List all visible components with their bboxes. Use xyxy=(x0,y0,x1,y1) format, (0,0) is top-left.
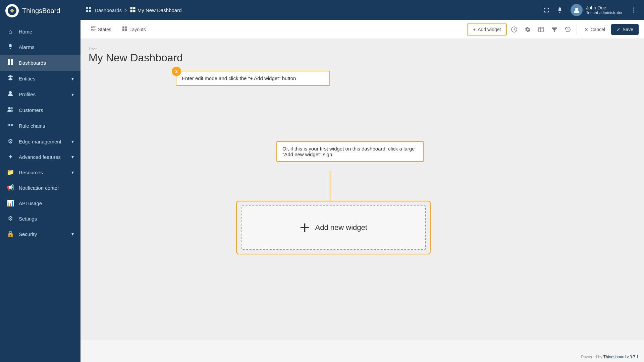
entities-chevron: ▾ xyxy=(71,76,74,81)
svg-point-1 xyxy=(11,10,13,12)
entities-icon xyxy=(7,75,14,82)
breadcrumb: Dashboards > My New Dashboard xyxy=(86,7,541,13)
svg-point-8 xyxy=(11,107,13,110)
svg-point-9 xyxy=(8,124,10,126)
callout-add-new-widget: Or, if this is your first widget on this… xyxy=(276,141,424,162)
app-name: ThingsBoard xyxy=(22,7,60,15)
user-avatar xyxy=(571,4,583,16)
cancel-x-icon: ✕ xyxy=(584,27,588,32)
tab-states[interactable]: States xyxy=(86,23,116,36)
sidebar-item-dashboards[interactable]: Dashboards xyxy=(0,55,80,71)
dashboard-title-section: Title* My New Dashboard xyxy=(89,47,644,64)
svg-rect-30 xyxy=(122,26,124,28)
edge-management-icon: ⚙ xyxy=(7,138,14,145)
svg-rect-4 xyxy=(8,62,10,65)
save-button[interactable]: ✓ Save xyxy=(611,24,639,35)
layouts-icon xyxy=(122,26,127,33)
security-icon: 🔒 xyxy=(7,230,14,238)
sidebar-item-settings[interactable]: ⚙ Settings xyxy=(0,211,80,226)
sidebar-item-alarms[interactable]: Alarms xyxy=(0,39,80,55)
api-usage-icon: 📊 xyxy=(7,199,14,207)
add-new-widget-button[interactable]: + Add new widget xyxy=(241,205,426,250)
svg-point-10 xyxy=(11,124,13,126)
export-dashboard-button[interactable] xyxy=(535,23,547,36)
sidebar-item-api-usage[interactable]: 📊 API usage xyxy=(0,195,80,211)
topbar-actions: John Doe Tenant administrator xyxy=(541,2,639,18)
edge-management-chevron: ▾ xyxy=(71,139,74,144)
current-breadcrumb-icon xyxy=(130,7,136,13)
svg-rect-15 xyxy=(89,10,91,12)
advanced-features-chevron: ▾ xyxy=(71,154,74,160)
tab-layouts[interactable]: Layouts xyxy=(117,23,151,36)
notifications-button[interactable] xyxy=(554,5,565,15)
svg-rect-16 xyxy=(130,7,132,9)
fullscreen-button[interactable] xyxy=(541,5,552,15)
callout-add-widget: 2 Enter edit mode and click the "+ Add w… xyxy=(176,71,330,86)
profiles-chevron: ▾ xyxy=(71,92,74,97)
sidebar-item-advanced-features[interactable]: ✦ Advanced features ▾ xyxy=(0,149,80,165)
svg-rect-33 xyxy=(125,29,127,31)
add-widget-area: + Add new widget xyxy=(236,201,431,254)
sidebar-item-notification-center[interactable]: 📢 Notification center xyxy=(0,180,80,195)
svg-point-21 xyxy=(633,8,634,9)
add-widget-plus-icon: + xyxy=(473,27,476,32)
sidebar-item-resources[interactable]: 📁 Resources ▾ xyxy=(0,165,80,180)
breadcrumb-separator: > xyxy=(124,7,127,13)
sidebar-logo[interactable]: ThingsBoard xyxy=(0,0,80,21)
add-widget-label: Add widget xyxy=(478,27,501,32)
sidebar-item-edge-management[interactable]: ⚙ Edge management ▾ xyxy=(0,134,80,149)
toolbar: States Layouts + Add widget ✕ Cancel xyxy=(80,20,644,39)
svg-rect-18 xyxy=(130,10,132,12)
svg-rect-26 xyxy=(93,27,95,28)
svg-rect-3 xyxy=(11,59,13,62)
notification-center-icon: 📢 xyxy=(7,184,14,191)
save-check-icon: ✓ xyxy=(616,27,621,32)
customers-icon xyxy=(7,106,14,114)
footer: Powered by Thingsboard v.3.7.1 xyxy=(581,355,639,359)
svg-rect-31 xyxy=(125,26,127,28)
sidebar-item-home[interactable]: ⌂ Home xyxy=(0,24,80,39)
filters-button[interactable] xyxy=(548,23,560,36)
sidebar-item-entities[interactable]: Entities ▾ xyxy=(0,71,80,86)
user-text: John Doe Tenant administrator xyxy=(586,5,623,15)
svg-rect-12 xyxy=(86,7,89,9)
more-options-button[interactable] xyxy=(628,5,639,15)
add-widget-button[interactable]: + Add widget xyxy=(467,23,507,36)
svg-rect-17 xyxy=(133,7,136,9)
svg-rect-13 xyxy=(89,7,91,9)
svg-rect-25 xyxy=(93,26,96,27)
dashboards-breadcrumb-icon xyxy=(86,7,91,13)
breadcrumb-current: My New Dashboard xyxy=(130,7,182,13)
svg-point-7 xyxy=(8,107,11,110)
callout-connector-line xyxy=(330,171,330,201)
sidebar-item-security[interactable]: 🔒 Security ▾ xyxy=(0,226,80,242)
dashboard-settings-button[interactable] xyxy=(522,23,534,36)
user-info[interactable]: John Doe Tenant administrator xyxy=(568,2,625,18)
footer-link[interactable]: Thingsboard v.3.7.1 xyxy=(603,355,639,359)
rule-chains-icon xyxy=(7,122,14,130)
resources-chevron: ▾ xyxy=(71,170,74,175)
timewindow-button[interactable] xyxy=(508,23,520,36)
sidebar-item-rule-chains[interactable]: Rule chains xyxy=(0,118,80,134)
cancel-button[interactable]: ✕ Cancel xyxy=(580,24,610,35)
main-content: Title* My New Dashboard 2 Enter edit mod… xyxy=(80,39,644,340)
svg-rect-19 xyxy=(133,10,136,12)
sidebar-item-profiles[interactable]: Profiles ▾ xyxy=(0,86,80,102)
logo-icon xyxy=(5,4,19,17)
version-history-button[interactable] xyxy=(562,23,574,36)
svg-rect-14 xyxy=(86,10,89,12)
sidebar-nav: ⌂ Home Alarms Dashboards Entities ▾ xyxy=(0,21,80,362)
svg-rect-35 xyxy=(539,27,543,32)
svg-rect-27 xyxy=(91,29,93,31)
svg-point-22 xyxy=(633,10,634,11)
settings-icon: ⚙ xyxy=(7,215,14,222)
topbar: Dashboards > My New Dashboard John Doe T… xyxy=(80,0,644,20)
svg-point-23 xyxy=(633,12,634,13)
add-widget-inner-label: Add new widget xyxy=(315,223,367,232)
svg-rect-32 xyxy=(122,29,124,31)
svg-rect-2 xyxy=(8,59,10,62)
alarms-icon xyxy=(7,43,14,51)
svg-rect-29 xyxy=(93,30,95,31)
sidebar-item-customers[interactable]: Customers xyxy=(0,102,80,118)
breadcrumb-parent[interactable]: Dashboards xyxy=(86,7,122,13)
